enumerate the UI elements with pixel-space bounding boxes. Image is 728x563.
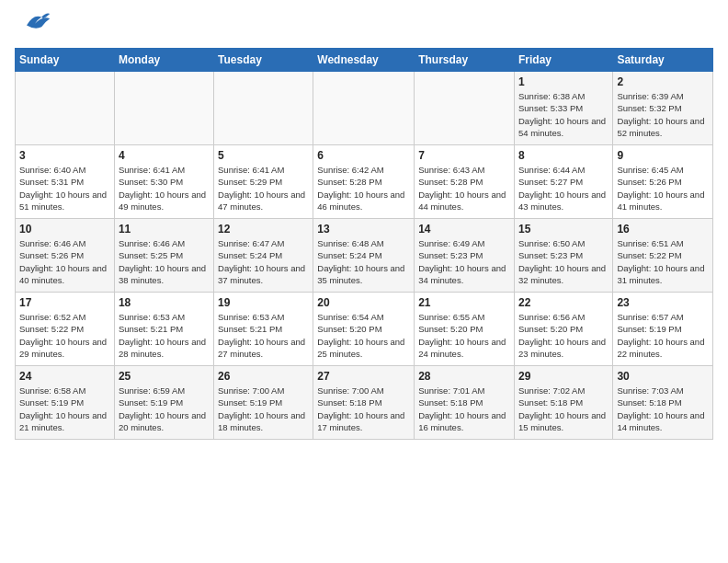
day-number: 16 xyxy=(617,223,709,236)
day-info: Sunrise: 6:48 AM Sunset: 5:24 PM Dayligh… xyxy=(317,237,410,286)
day-info: Sunrise: 6:40 AM Sunset: 5:31 PM Dayligh… xyxy=(19,164,110,213)
calendar-header-row: SundayMondayTuesdayWednesdayThursdayFrid… xyxy=(16,49,713,72)
calendar-header-sunday: Sunday xyxy=(16,49,115,72)
calendar-cell: 29Sunrise: 7:02 AM Sunset: 5:18 PM Dayli… xyxy=(514,366,612,440)
day-number: 12 xyxy=(218,223,309,236)
day-info: Sunrise: 6:41 AM Sunset: 5:29 PM Dayligh… xyxy=(218,164,309,213)
calendar-cell: 23Sunrise: 6:57 AM Sunset: 5:19 PM Dayli… xyxy=(613,293,713,366)
calendar-header-saturday: Saturday xyxy=(613,49,713,72)
day-info: Sunrise: 7:02 AM Sunset: 5:18 PM Dayligh… xyxy=(518,385,609,433)
calendar-cell xyxy=(415,72,515,145)
day-number: 21 xyxy=(418,296,510,309)
day-number: 3 xyxy=(19,149,110,162)
day-number: 1 xyxy=(518,75,609,88)
calendar-cell xyxy=(313,72,415,145)
calendar-cell: 6Sunrise: 6:42 AM Sunset: 5:28 PM Daylig… xyxy=(313,145,415,219)
calendar-header-wednesday: Wednesday xyxy=(313,49,415,72)
day-number: 29 xyxy=(518,370,609,383)
calendar-header-friday: Friday xyxy=(514,49,612,72)
day-number: 2 xyxy=(617,75,709,88)
calendar-cell: 19Sunrise: 6:53 AM Sunset: 5:21 PM Dayli… xyxy=(214,293,313,366)
calendar-header-tuesday: Tuesday xyxy=(214,49,313,72)
calendar-cell: 24Sunrise: 6:58 AM Sunset: 5:19 PM Dayli… xyxy=(16,366,115,440)
calendar-cell: 16Sunrise: 6:51 AM Sunset: 5:22 PM Dayli… xyxy=(613,219,713,293)
day-number: 6 xyxy=(317,149,410,162)
calendar-cell: 2Sunrise: 6:39 AM Sunset: 5:32 PM Daylig… xyxy=(613,72,713,145)
day-number: 15 xyxy=(518,223,609,236)
day-info: Sunrise: 6:58 AM Sunset: 5:19 PM Dayligh… xyxy=(19,385,110,433)
logo-bird-icon xyxy=(18,10,51,32)
calendar-week-row: 3Sunrise: 6:40 AM Sunset: 5:31 PM Daylig… xyxy=(16,145,713,219)
day-number: 8 xyxy=(518,149,609,162)
day-info: Sunrise: 6:38 AM Sunset: 5:33 PM Dayligh… xyxy=(518,90,609,139)
day-info: Sunrise: 6:44 AM Sunset: 5:27 PM Dayligh… xyxy=(518,164,609,213)
calendar-cell: 15Sunrise: 6:50 AM Sunset: 5:23 PM Dayli… xyxy=(514,219,612,293)
day-info: Sunrise: 7:00 AM Sunset: 5:18 PM Dayligh… xyxy=(317,385,410,433)
calendar-cell xyxy=(16,72,115,145)
calendar-cell: 26Sunrise: 7:00 AM Sunset: 5:19 PM Dayli… xyxy=(214,366,313,440)
day-info: Sunrise: 6:43 AM Sunset: 5:28 PM Dayligh… xyxy=(418,164,510,213)
day-info: Sunrise: 6:46 AM Sunset: 5:25 PM Dayligh… xyxy=(119,237,210,286)
day-number: 26 xyxy=(218,370,309,383)
calendar-cell: 21Sunrise: 6:55 AM Sunset: 5:20 PM Dayli… xyxy=(415,293,515,366)
day-info: Sunrise: 7:03 AM Sunset: 5:18 PM Dayligh… xyxy=(617,385,709,433)
day-number: 4 xyxy=(119,149,210,162)
day-info: Sunrise: 6:59 AM Sunset: 5:19 PM Dayligh… xyxy=(119,385,210,433)
calendar-cell xyxy=(114,72,213,145)
day-number: 10 xyxy=(19,223,110,236)
day-info: Sunrise: 6:53 AM Sunset: 5:21 PM Dayligh… xyxy=(119,311,210,360)
calendar-cell: 4Sunrise: 6:41 AM Sunset: 5:30 PM Daylig… xyxy=(114,145,213,219)
calendar-cell: 9Sunrise: 6:45 AM Sunset: 5:26 PM Daylig… xyxy=(613,145,713,219)
day-info: Sunrise: 6:54 AM Sunset: 5:20 PM Dayligh… xyxy=(317,311,410,360)
day-info: Sunrise: 6:53 AM Sunset: 5:21 PM Dayligh… xyxy=(218,311,309,360)
day-info: Sunrise: 6:55 AM Sunset: 5:20 PM Dayligh… xyxy=(418,311,510,360)
day-info: Sunrise: 6:51 AM Sunset: 5:22 PM Dayligh… xyxy=(617,237,709,286)
day-number: 7 xyxy=(418,149,510,162)
calendar-week-row: 1Sunrise: 6:38 AM Sunset: 5:33 PM Daylig… xyxy=(16,72,713,145)
day-info: Sunrise: 6:42 AM Sunset: 5:28 PM Dayligh… xyxy=(317,164,410,213)
day-info: Sunrise: 6:57 AM Sunset: 5:19 PM Dayligh… xyxy=(617,311,709,360)
day-number: 22 xyxy=(518,296,609,309)
day-number: 20 xyxy=(317,296,410,309)
page-header xyxy=(15,15,713,37)
day-number: 11 xyxy=(119,223,210,236)
calendar-week-row: 10Sunrise: 6:46 AM Sunset: 5:26 PM Dayli… xyxy=(16,219,713,293)
day-number: 24 xyxy=(19,370,110,383)
calendar-cell: 3Sunrise: 6:40 AM Sunset: 5:31 PM Daylig… xyxy=(16,145,115,219)
day-number: 18 xyxy=(119,296,210,309)
calendar-cell xyxy=(214,72,313,145)
calendar-week-row: 24Sunrise: 6:58 AM Sunset: 5:19 PM Dayli… xyxy=(16,366,713,440)
calendar-cell: 5Sunrise: 6:41 AM Sunset: 5:29 PM Daylig… xyxy=(214,145,313,219)
day-info: Sunrise: 7:00 AM Sunset: 5:19 PM Dayligh… xyxy=(218,385,309,433)
day-number: 19 xyxy=(218,296,309,309)
calendar-table: SundayMondayTuesdayWednesdayThursdayFrid… xyxy=(15,48,713,440)
calendar-header-monday: Monday xyxy=(114,49,213,72)
calendar-cell: 12Sunrise: 6:47 AM Sunset: 5:24 PM Dayli… xyxy=(214,219,313,293)
day-number: 9 xyxy=(617,149,709,162)
calendar-cell: 27Sunrise: 7:00 AM Sunset: 5:18 PM Dayli… xyxy=(313,366,415,440)
calendar-week-row: 17Sunrise: 6:52 AM Sunset: 5:22 PM Dayli… xyxy=(16,293,713,366)
calendar-cell: 17Sunrise: 6:52 AM Sunset: 5:22 PM Dayli… xyxy=(16,293,115,366)
day-number: 25 xyxy=(119,370,210,383)
day-number: 14 xyxy=(418,223,510,236)
day-number: 28 xyxy=(418,370,510,383)
day-info: Sunrise: 6:46 AM Sunset: 5:26 PM Dayligh… xyxy=(19,237,110,286)
day-number: 13 xyxy=(317,223,410,236)
calendar-cell: 13Sunrise: 6:48 AM Sunset: 5:24 PM Dayli… xyxy=(313,219,415,293)
calendar-cell: 28Sunrise: 7:01 AM Sunset: 5:18 PM Dayli… xyxy=(415,366,515,440)
day-info: Sunrise: 6:50 AM Sunset: 5:23 PM Dayligh… xyxy=(518,237,609,286)
calendar-cell: 8Sunrise: 6:44 AM Sunset: 5:27 PM Daylig… xyxy=(514,145,612,219)
calendar-cell: 20Sunrise: 6:54 AM Sunset: 5:20 PM Dayli… xyxy=(313,293,415,366)
calendar-cell: 11Sunrise: 6:46 AM Sunset: 5:25 PM Dayli… xyxy=(114,219,213,293)
calendar-cell: 14Sunrise: 6:49 AM Sunset: 5:23 PM Dayli… xyxy=(415,219,515,293)
day-info: Sunrise: 6:45 AM Sunset: 5:26 PM Dayligh… xyxy=(617,164,709,213)
day-info: Sunrise: 6:41 AM Sunset: 5:30 PM Dayligh… xyxy=(119,164,210,213)
day-info: Sunrise: 6:56 AM Sunset: 5:20 PM Dayligh… xyxy=(518,311,609,360)
day-info: Sunrise: 6:52 AM Sunset: 5:22 PM Dayligh… xyxy=(19,311,110,360)
day-info: Sunrise: 7:01 AM Sunset: 5:18 PM Dayligh… xyxy=(418,385,510,433)
calendar-cell: 1Sunrise: 6:38 AM Sunset: 5:33 PM Daylig… xyxy=(514,72,612,145)
calendar-cell: 30Sunrise: 7:03 AM Sunset: 5:18 PM Dayli… xyxy=(613,366,713,440)
calendar-cell: 7Sunrise: 6:43 AM Sunset: 5:28 PM Daylig… xyxy=(415,145,515,219)
day-number: 23 xyxy=(617,296,709,309)
day-number: 17 xyxy=(19,296,110,309)
